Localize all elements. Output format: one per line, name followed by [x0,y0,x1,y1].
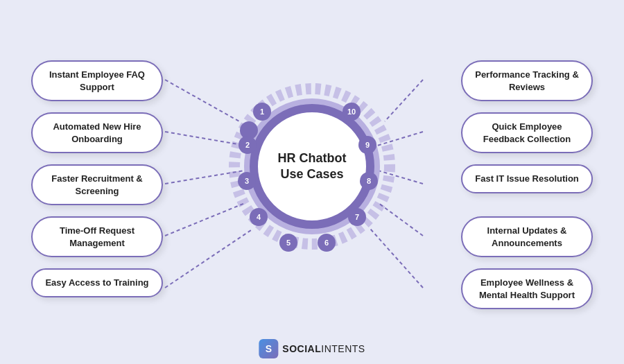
use-case-wellness: Employee Wellness & Mental Health Suppor… [461,268,593,309]
svg-line-9 [376,170,423,184]
use-case-it-issue: Fast IT Issue Resolution [461,164,593,193]
use-case-feedback: Quick Employee Feedback Collection [461,112,593,153]
svg-line-3 [165,132,246,146]
svg-line-8 [377,132,423,146]
circle-num-10: 10 [343,103,361,121]
logo-letter: S [266,343,272,354]
svg-line-11 [370,229,423,288]
svg-line-4 [165,170,248,184]
circle-num-4: 4 [250,208,268,226]
use-case-training: Easy Access to Training [31,268,163,297]
brand-name: SOCIALINTENTS [282,343,365,354]
use-case-recruitment: Faster Recruitment & Screening [31,164,163,205]
svg-line-6 [165,229,253,288]
brand-logo: S [259,339,278,358]
circle-num-6: 6 [318,234,336,252]
circle-num-8: 8 [360,172,378,190]
brand-light: INTENTS [321,343,365,354]
diagram-container: 1 2 3 4 5 6 7 8 9 10 HR Chatbot Use Case… [0,0,624,333]
circle-num-2: 2 [239,136,257,154]
circle-num-1: 1 [253,103,271,121]
center-line1: HR Chatbot [278,151,347,165]
svg-line-2 [165,80,239,121]
circle-num-7: 7 [348,208,366,226]
circle-num-5: 5 [279,234,297,252]
svg-line-7 [385,80,423,121]
svg-line-5 [165,203,245,236]
center-line2: Use Cases [280,167,343,181]
use-case-performance: Performance Tracking & Reviews [461,60,593,101]
footer: S SOCIALINTENTS [259,339,365,358]
use-case-internal-updates: Internal Updates & Announcements [461,216,593,257]
circle-num-9: 9 [358,136,376,154]
circle-num-3: 3 [238,172,256,190]
center-title: HR Chatbot Use Cases [278,150,347,183]
use-case-faq-support: Instant Employee FAQ Support [31,60,163,101]
brand-bold: SOCIAL [282,343,321,354]
use-case-time-off: Time-Off Request Management [31,216,163,257]
use-case-onboarding: Automated New Hire Onboarding [31,112,163,153]
svg-line-10 [379,203,423,236]
